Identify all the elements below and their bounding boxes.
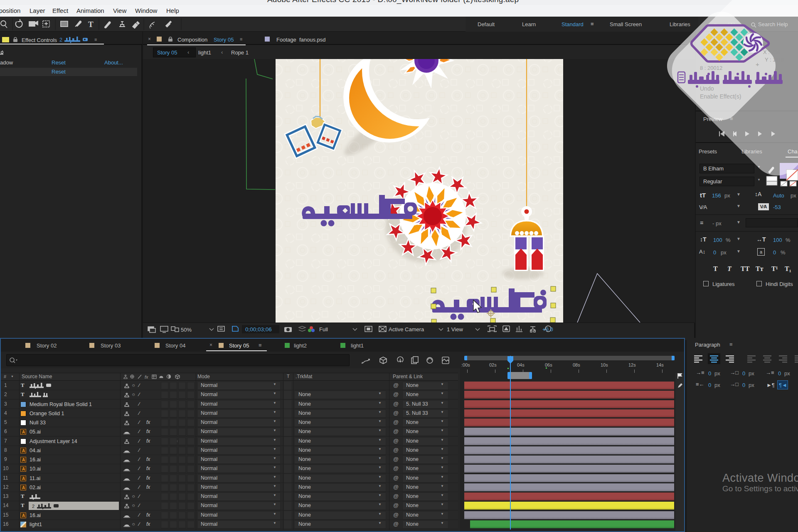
svg-text:2: 2 xyxy=(32,504,34,509)
svg-text:T: T xyxy=(88,20,94,29)
svg-text:50%: 50% xyxy=(181,327,192,333)
svg-text:fx: fx xyxy=(145,374,148,379)
svg-text:Active Camera: Active Camera xyxy=(389,326,424,332)
svg-text:1 View: 1 View xyxy=(447,326,463,332)
svg-text:+0.0: +0.0 xyxy=(542,326,553,332)
svg-text:Full: Full xyxy=(319,326,328,332)
svg-text:0;00;03;06: 0;00;03;06 xyxy=(245,326,272,332)
